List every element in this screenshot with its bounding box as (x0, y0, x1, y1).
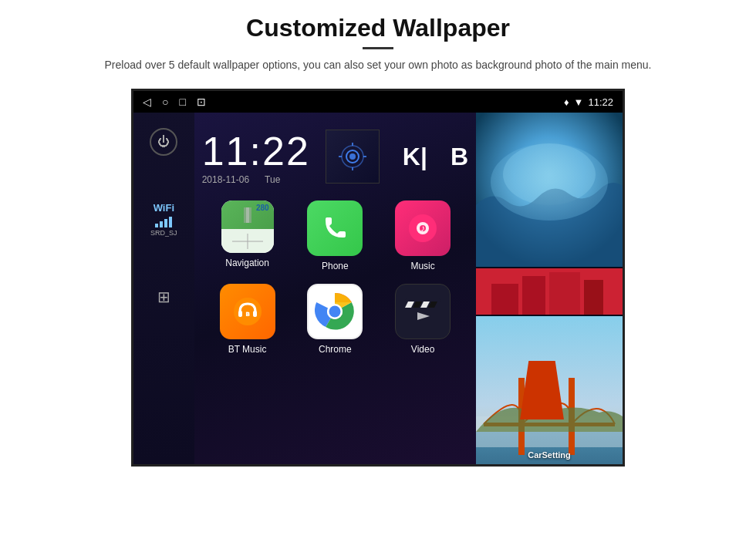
header-section: Customized Wallpaper Preload over 5 defa… (0, 0, 756, 81)
wallpaper-golden-gate[interactable]: CarSetting (476, 316, 623, 464)
antenna-widget[interactable] (326, 130, 380, 184)
phone-label: Phone (322, 261, 349, 271)
grid-icon: ⊞ (157, 288, 170, 306)
chrome-icon (307, 284, 363, 339)
building-svg (476, 268, 623, 315)
right-photos-panel: CarSetting (476, 113, 623, 464)
clock-date: 2018-11-06 Tue (202, 174, 310, 185)
phone-icon (307, 200, 363, 256)
main-area: ⏻ WiFi SRD_SJ ⊞ (133, 113, 623, 464)
wallpaper-building[interactable] (476, 268, 623, 315)
svg-point-2 (349, 153, 356, 160)
center-area: 11:22 2018-11-06 Tue (194, 113, 476, 464)
chrome-svg (315, 291, 355, 332)
wifi-bar-4 (169, 217, 172, 227)
svg-rect-34 (522, 276, 545, 315)
location-icon: ♦ (564, 96, 569, 108)
svg-text:ʙ: ʙ (245, 309, 250, 318)
svg-point-32 (503, 143, 596, 205)
apps-grid-button[interactable]: ⊞ (150, 283, 177, 311)
status-time: 11:22 (588, 96, 613, 108)
svg-rect-36 (584, 280, 603, 315)
bt-svg: ʙ (232, 296, 263, 327)
apps-grid: 280 Navigation Phone (202, 200, 468, 355)
b-label: B (451, 143, 468, 171)
status-bar-left: ◁ ○ □ ⊡ (143, 96, 206, 108)
music-icon: ♪ (395, 200, 451, 256)
app-phone[interactable]: Phone (297, 200, 373, 271)
navigation-label: Navigation (225, 258, 269, 268)
svg-text:♪: ♪ (420, 223, 425, 234)
svg-rect-37 (491, 284, 518, 315)
app-music[interactable]: ♪ Music (385, 200, 461, 271)
screenshot-icon[interactable]: ⊡ (197, 96, 206, 108)
day-value: Tue (265, 174, 280, 185)
home-icon[interactable]: ○ (162, 96, 168, 108)
music-svg: ♪ (407, 213, 438, 244)
chrome-label: Chrome (319, 344, 352, 355)
ice-cave-svg (476, 113, 623, 267)
page-subtitle: Preload over 5 default wallpaper options… (46, 57, 710, 73)
kl-label: K| (403, 143, 427, 171)
wifi-bar-3 (164, 219, 167, 227)
antenna-icon (337, 141, 368, 172)
svg-rect-35 (549, 272, 580, 315)
wallpaper-ice-cave[interactable] (476, 113, 623, 267)
music-label: Music (410, 261, 434, 271)
screen-wrapper: ◁ ○ □ ⊡ ♦ ▼ 11:22 ⏻ WiFi (0, 89, 756, 467)
svg-point-23 (329, 306, 341, 318)
phone-svg (321, 214, 349, 242)
svg-rect-8 (246, 207, 249, 223)
app-video[interactable]: Video (385, 284, 461, 355)
recent-icon[interactable]: □ (179, 96, 185, 108)
wifi-status-icon: ▼ (574, 96, 584, 108)
video-label: Video (411, 344, 434, 355)
carsetting-label: CarSetting (476, 450, 623, 460)
app-navigation[interactable]: 280 Navigation (210, 200, 285, 271)
status-bar-right: ♦ ▼ 11:22 (564, 96, 613, 108)
app-chrome[interactable]: Chrome (297, 284, 373, 355)
app-bt-music[interactable]: ʙ BT Music (210, 284, 285, 355)
date-value: 2018-11-06 (202, 174, 249, 185)
clock-time: 11:22 (202, 128, 310, 174)
wifi-widget[interactable]: WiFi SRD_SJ (150, 202, 177, 237)
wifi-ssid: SRD_SJ (150, 229, 177, 237)
ice-cave-image (476, 113, 623, 267)
left-sidebar: ⏻ WiFi SRD_SJ ⊞ (133, 113, 194, 464)
status-bar: ◁ ○ □ ⊡ ♦ ▼ 11:22 (133, 91, 623, 113)
wifi-bar-2 (160, 221, 163, 227)
wifi-label: WiFi (150, 202, 177, 214)
golden-gate-svg (476, 316, 623, 464)
video-svg (403, 292, 442, 331)
power-button[interactable]: ⏻ (150, 128, 177, 156)
navigation-icon: 280 (221, 200, 274, 253)
svg-rect-17 (253, 311, 257, 317)
power-icon: ⏻ (157, 135, 170, 149)
bt-music-label: BT Music (228, 344, 267, 355)
wifi-bar-1 (155, 224, 158, 227)
video-icon-el (395, 284, 451, 339)
wifi-bars (150, 215, 177, 227)
map-grid-svg (232, 234, 263, 249)
page-title: Customized Wallpaper (46, 14, 710, 42)
title-divider (363, 47, 393, 49)
clock-widget: 11:22 2018-11-06 Tue (202, 120, 468, 193)
android-screen: ◁ ○ □ ⊡ ♦ ▼ 11:22 ⏻ WiFi (131, 89, 625, 467)
back-icon[interactable]: ◁ (143, 96, 151, 108)
bt-music-icon: ʙ (220, 284, 275, 339)
svg-rect-16 (238, 311, 242, 317)
